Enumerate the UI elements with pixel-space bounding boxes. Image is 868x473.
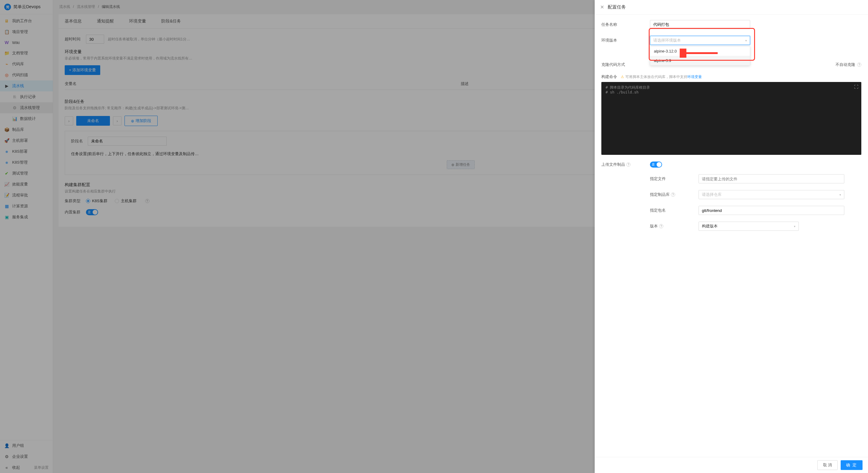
confirm-button[interactable]: 确 定 <box>841 460 863 470</box>
env-version-select[interactable]: 请选择环境版本 ▾ <box>650 36 750 45</box>
help-icon[interactable]: ? <box>857 63 861 67</box>
help-icon[interactable]: ? <box>626 162 630 167</box>
close-icon[interactable]: ✕ <box>600 4 604 10</box>
build-script-editor[interactable]: # 脚本目录为代码库根目录 # sh ./build.sh⛶ <box>601 82 861 155</box>
specify-file-label: 指定文件 <box>601 174 699 182</box>
version-label: 版本 <box>650 223 658 229</box>
cancel-button[interactable]: 取 消 <box>817 460 838 470</box>
upload-artifact-label: 上传文件制品 <box>601 162 625 167</box>
dropdown-option[interactable]: alpine-3.12.0 <box>650 46 750 56</box>
help-icon[interactable]: ? <box>659 224 663 228</box>
warning-icon: ⚠ <box>621 75 624 79</box>
specify-repo-select[interactable]: 请选择仓库 ▾ <box>699 190 844 199</box>
drawer-title: 配置任务 <box>608 4 626 10</box>
clone-method-label: 克隆代码方式 <box>601 60 650 67</box>
env-var-link[interactable]: 环境变量 <box>687 74 702 80</box>
task-name-label: 任务名称 <box>601 20 650 27</box>
fullscreen-icon[interactable]: ⛶ <box>854 85 858 89</box>
dropdown-option[interactable]: alpine-3.9 <box>650 56 750 65</box>
chevron-down-icon: ▾ <box>794 225 796 228</box>
chevron-down-icon: ▾ <box>839 193 841 196</box>
chevron-down-icon: ▾ <box>745 39 747 42</box>
env-version-label: 环境版本 <box>601 36 650 43</box>
version-select[interactable]: 构建版本 ▾ <box>699 222 799 231</box>
clone-method-value: 不自动克隆 <box>836 62 855 67</box>
build-cmd-label: 构建命令 <box>601 74 617 80</box>
specify-file-input[interactable] <box>699 174 844 183</box>
task-name-input[interactable] <box>650 20 750 29</box>
upload-artifact-toggle[interactable]: 是 <box>650 161 662 167</box>
package-name-input[interactable] <box>699 206 844 215</box>
env-version-dropdown: alpine-3.12.0 alpine-3.9 <box>650 46 750 66</box>
help-icon[interactable]: ? <box>671 192 675 197</box>
package-name-label: 指定包名 <box>601 206 699 213</box>
build-cmd-hint: 可将脚本主体放在代码库，脚本中支持 <box>625 74 687 80</box>
specify-repo-label: 指定制品库 <box>650 192 670 197</box>
config-task-drawer: ✕ 配置任务 任务名称 环境版本 请选择环境版本 ▾ alpine-3.12 <box>595 0 868 473</box>
